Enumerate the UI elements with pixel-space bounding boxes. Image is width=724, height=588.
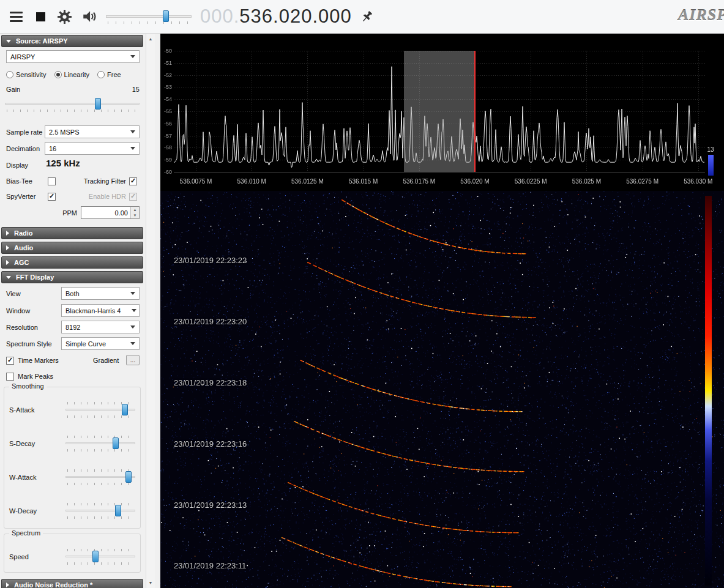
s-decay-slider-thumb[interactable] [113, 437, 119, 449]
waterfall-timestamp: 23/01/2019 22:23:18 [174, 378, 247, 387]
slider-ticks [67, 549, 133, 551]
panel-header-audio-noise-reduction[interactable]: Audio Noise Reduction * [1, 579, 143, 588]
gain-slider-thumb[interactable] [95, 98, 101, 110]
ppm-input[interactable]: 0.00 ▲▼ [81, 206, 140, 219]
gain-slider[interactable] [5, 95, 140, 113]
panel-header-fft-display[interactable]: FFT Display [1, 271, 143, 283]
time-markers-checkbox[interactable] [6, 357, 14, 365]
toolbar: 000.536.020.000 AIRSPY [0, 0, 724, 34]
resolution-label: Resolution [6, 324, 38, 331]
waterfall-panel: 23/01/2019 22:23:2223/01/2019 22:23:2023… [160, 191, 724, 588]
enable-hdr-checkbox [129, 193, 137, 201]
tracking-filter-checkbox[interactable] [129, 177, 137, 185]
chevron-down-icon [132, 309, 136, 312]
mark-peaks-checkbox[interactable] [6, 373, 14, 381]
device-select[interactable]: AIRSPY [6, 50, 140, 63]
gain-slider-ticks [7, 110, 138, 112]
w-attack-slider[interactable] [65, 468, 135, 486]
gradient-button[interactable]: ... [126, 355, 140, 365]
bias-tee-checkbox[interactable] [48, 177, 56, 185]
bias-tee-row: Bias-Tee Tracking Filter [6, 176, 140, 187]
s-attack-slider-thumb[interactable] [122, 404, 128, 415]
panel-header-source[interactable]: Source: AIRSPY [1, 35, 143, 47]
sample-rate-label: Sample rate [6, 128, 42, 136]
s-decay-label: S-Decay [9, 440, 35, 447]
gain-mode-linearity[interactable]: Linearity [54, 71, 90, 78]
gain-mode-free[interactable]: Free [97, 71, 121, 78]
tuned-frequency-line[interactable] [474, 51, 476, 172]
time-markers-label: Time Markers [18, 357, 59, 364]
sample-rate-select[interactable]: 2.5 MSPS [45, 125, 140, 138]
scroll-down-arrow[interactable]: ▼ [146, 578, 155, 587]
slider-track [65, 442, 135, 444]
speed-slider-thumb[interactable] [92, 551, 99, 562]
gradient-label: Gradient [93, 357, 119, 364]
resolution-value: 8192 [65, 324, 80, 331]
frequency-axis-label: 536.025 M [565, 178, 607, 185]
spectrum-style-select[interactable]: Simple Curve [61, 337, 140, 350]
collapse-triangle-icon [6, 40, 11, 43]
panel-header-radio[interactable]: Radio [1, 227, 143, 239]
menu-icon[interactable] [9, 9, 23, 24]
slider-track [65, 510, 135, 512]
panel-title: FFT Display [16, 274, 54, 281]
spin-up-icon[interactable]: ▲ [131, 207, 139, 213]
pin-icon[interactable] [359, 9, 375, 24]
slider-ticks [67, 469, 133, 472]
ppm-label: PPM [60, 209, 77, 217]
enable-hdr-label: Enable HDR [76, 193, 126, 200]
window-select[interactable]: Blackman-Harris 4 [61, 304, 140, 317]
airspy-logo: AIRSPY [678, 6, 724, 24]
volume-slider-thumb[interactable] [163, 10, 169, 22]
w-attack-slider-thumb[interactable] [125, 471, 132, 483]
panel-header-agc[interactable]: AGC [1, 256, 143, 269]
view-select[interactable]: Both [61, 287, 140, 300]
waterfall-timestamp: 23/01/2019 22:23:20 [174, 317, 247, 326]
radio-label: Free [107, 71, 121, 78]
slider-ticks [67, 562, 133, 565]
panel-title: AGC [14, 259, 29, 266]
collapse-triangle-icon [6, 582, 9, 587]
frequency-display[interactable]: 000.536.020.000 [200, 6, 352, 28]
s-attack-slider[interactable] [65, 401, 135, 419]
radio-label: Sensitivity [16, 71, 47, 78]
frequency-digits[interactable]: 536.020.000 [239, 6, 351, 27]
mark-peaks-label: Mark Peaks [18, 373, 53, 380]
waterfall-canvas[interactable] [160, 191, 724, 588]
spin-down-icon[interactable]: ▼ [131, 213, 139, 219]
gain-mode-sensitivity[interactable]: Sensitivity [6, 71, 47, 78]
speed-slider[interactable] [65, 548, 135, 566]
stop-button[interactable] [33, 9, 48, 24]
slider-track [65, 556, 135, 557]
spyverter-checkbox[interactable] [48, 193, 56, 201]
settings-gear-icon[interactable] [56, 9, 73, 25]
slider-ticks [67, 436, 133, 438]
speed-label: Speed [9, 553, 29, 560]
sidebar-scrollbar[interactable]: ▲ ▼ [146, 34, 155, 588]
tuning-selection-band[interactable] [404, 51, 475, 172]
frequency-axis-label: 536.010 M [231, 178, 272, 185]
volume-slider[interactable] [106, 8, 192, 25]
resolution-select[interactable]: 8192 [61, 321, 140, 333]
ppm-value[interactable]: 0.00 [81, 209, 130, 217]
decimation-select[interactable]: 16 [45, 142, 140, 155]
speaker-icon[interactable] [81, 9, 97, 25]
slider-track [65, 476, 135, 478]
frequency-axis-label: 536.0275 M [622, 178, 663, 185]
waterfall-timestamp: 23/01/2019 22:23:13 [174, 501, 247, 510]
db-axis-label: -50 [160, 48, 172, 54]
s-decay-slider[interactable] [65, 434, 135, 453]
db-axis-label: -55 [160, 108, 172, 114]
db-axis-label: -58 [160, 144, 172, 151]
window-label: Window [6, 307, 30, 314]
w-decay-slider[interactable] [65, 502, 135, 520]
frequency-dim-digits: 000. [200, 6, 239, 27]
w-decay-slider-thumb[interactable] [115, 505, 121, 516]
ppm-spinner[interactable]: ▲▼ [130, 207, 139, 218]
panel-title: Radio [14, 229, 33, 237]
time-markers-row: Time Markers Gradient ... [6, 355, 140, 366]
scroll-up-arrow[interactable]: ▲ [146, 34, 155, 43]
db-axis-label: -56 [160, 121, 172, 127]
window-value: Blackman-Harris 4 [65, 307, 121, 314]
panel-header-audio[interactable]: Audio [1, 242, 143, 254]
